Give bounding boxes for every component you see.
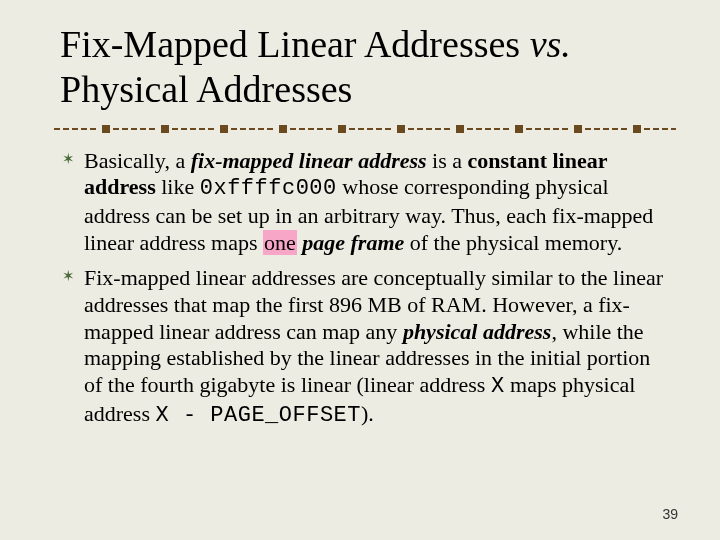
code-text: X	[491, 374, 505, 399]
text: is a	[427, 148, 468, 173]
body: ✶ Basically, a fix-mapped linear address…	[60, 148, 670, 430]
title-part-1: Fix-Mapped Linear Addresses	[60, 23, 530, 65]
text: like	[156, 174, 200, 199]
highlight: one	[263, 230, 297, 255]
code-text: X - PAGE_OFFSET	[155, 403, 361, 428]
text: page frame	[297, 230, 405, 255]
text: of the physical memory.	[404, 230, 622, 255]
bullet-list: ✶ Basically, a fix-mapped linear address…	[60, 148, 670, 430]
text: physical address	[403, 319, 552, 344]
text: fix-mapped linear address	[191, 148, 427, 173]
divider	[54, 124, 676, 134]
list-item: ✶ Basically, a fix-mapped linear address…	[60, 148, 670, 257]
title-vs: vs.	[530, 23, 571, 65]
leaf-icon: ✶	[60, 152, 76, 167]
slide-title: Fix-Mapped Linear Addresses vs. Physical…	[60, 22, 670, 112]
list-item: ✶ Fix-mapped linear addresses are concep…	[60, 265, 670, 430]
text: ).	[361, 401, 374, 426]
code-text: 0xffffc000	[200, 176, 337, 201]
slide: Fix-Mapped Linear Addresses vs. Physical…	[0, 0, 720, 540]
text: Basically, a	[84, 148, 191, 173]
title-part-2: Physical Addresses	[60, 68, 352, 110]
leaf-icon: ✶	[60, 269, 76, 284]
page-number: 39	[662, 506, 678, 522]
